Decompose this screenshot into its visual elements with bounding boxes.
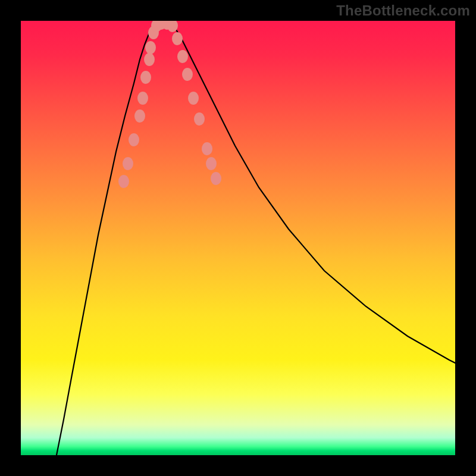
scatter-point (182, 68, 193, 81)
scatter-points (118, 21, 221, 188)
scatter-point (129, 133, 139, 146)
watermark-text: TheBottleneck.com (336, 2, 470, 19)
chart-frame: TheBottleneck.com (0, 0, 476, 476)
plot-area (21, 21, 455, 455)
scatter-point (202, 142, 212, 155)
right-curve (170, 23, 455, 363)
scatter-point (137, 92, 148, 105)
scatter-point (134, 109, 145, 123)
scatter-point (172, 32, 183, 45)
scatter-point (211, 172, 221, 185)
scatter-point (118, 175, 129, 188)
scatter-point (140, 71, 151, 84)
scatter-point (177, 50, 188, 63)
chart-svg (21, 21, 455, 455)
scatter-point (188, 92, 199, 105)
scatter-point (144, 53, 155, 66)
scatter-point (206, 157, 217, 170)
scatter-point (123, 157, 133, 170)
left-curve (57, 23, 158, 455)
scatter-point (194, 112, 205, 126)
scatter-point (145, 41, 156, 54)
